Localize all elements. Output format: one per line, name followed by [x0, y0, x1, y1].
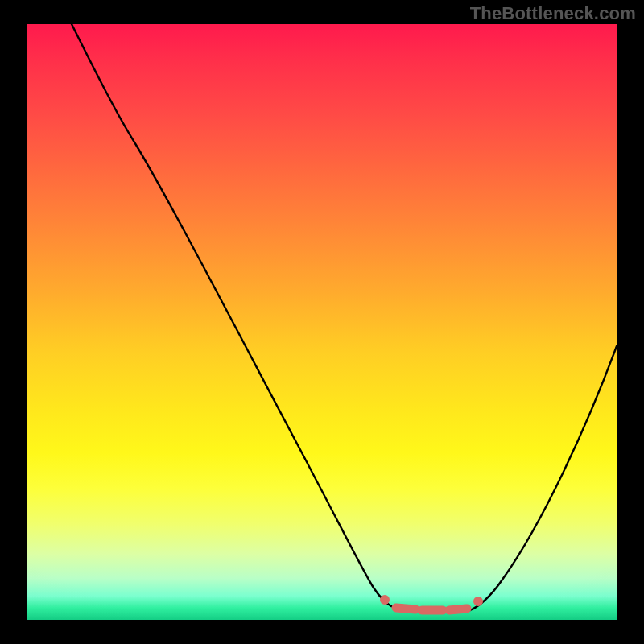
watermark-text: TheBottleneck.com — [470, 3, 636, 24]
curve-right-limb — [470, 346, 617, 610]
optimal-range-end-dot — [473, 597, 483, 606]
chart-frame: TheBottleneck.com — [0, 0, 644, 644]
bottleneck-curve-svg — [27, 24, 617, 620]
optimal-range-dash-3 — [449, 609, 467, 610]
curve-left-limb — [72, 24, 391, 606]
optimal-range-start-dot — [380, 595, 390, 605]
plot-area — [27, 24, 617, 620]
optimal-range-dash-1 — [396, 608, 415, 609]
